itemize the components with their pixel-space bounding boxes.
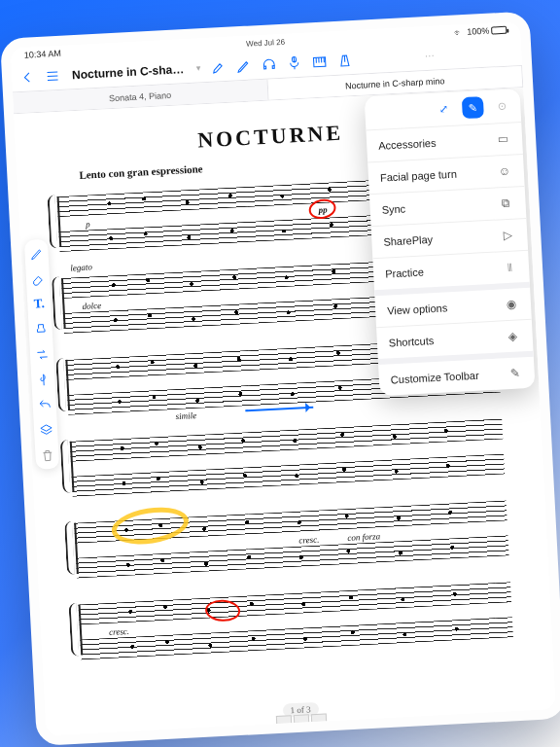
list-icon[interactable] bbox=[45, 67, 61, 84]
expr-dolce: dolce bbox=[82, 301, 101, 311]
overflow-menu: ⤢ ✎ ⊙ Accessories▭ Facial page turn☺ Syn… bbox=[365, 89, 536, 396]
wrench-icon: ✎ bbox=[507, 366, 523, 380]
piano-icon[interactable] bbox=[311, 53, 328, 70]
practice-icon: ⫴ bbox=[502, 260, 518, 274]
accessories-icon: ▭ bbox=[495, 132, 511, 147]
eraser-tool-icon[interactable] bbox=[30, 270, 47, 287]
more-icon[interactable]: ⊙ bbox=[491, 95, 513, 118]
undo-tool-icon[interactable] bbox=[36, 397, 52, 413]
system-5: cresc. con forza bbox=[74, 495, 509, 582]
back-icon[interactable] bbox=[19, 69, 36, 86]
document-title[interactable]: Nocturne in C-sharp m… bbox=[72, 61, 190, 81]
layers-tool-icon[interactable] bbox=[38, 422, 54, 439]
expr-conforza: con forza bbox=[347, 531, 380, 543]
status-right: ᯤ 100% bbox=[454, 25, 507, 38]
shortcuts-icon: ◈ bbox=[505, 329, 521, 343]
pencil-tool-icon[interactable] bbox=[28, 245, 45, 262]
metronome-icon[interactable] bbox=[336, 53, 353, 69]
edit-mode-button[interactable]: ✎ bbox=[462, 96, 484, 119]
pen-icon[interactable] bbox=[235, 57, 252, 74]
status-time: 10:34 AM bbox=[24, 49, 62, 60]
ipad-device: 10:34 AM Wed Jul 26 ᯤ 100% Nocturne in C… bbox=[0, 11, 560, 746]
system-6: cresc. bbox=[78, 577, 513, 663]
status-date: Wed Jul 26 bbox=[246, 37, 285, 48]
expr-cresc: cresc. bbox=[298, 535, 319, 546]
headphones-icon[interactable] bbox=[261, 56, 277, 73]
stamp-tool-icon[interactable] bbox=[32, 321, 49, 338]
system-4 bbox=[69, 414, 505, 501]
toolbar-grabber[interactable]: ⋯ bbox=[362, 47, 500, 64]
wifi-icon: ᯤ bbox=[454, 27, 464, 37]
page-thumbnails[interactable] bbox=[275, 713, 327, 728]
eye-icon: ◉ bbox=[504, 297, 520, 311]
sync-icon: ⧉ bbox=[498, 196, 514, 211]
expr-cresc2: cresc. bbox=[109, 626, 129, 637]
clef-tool-icon[interactable] bbox=[35, 372, 52, 388]
dynamic-p: p bbox=[86, 219, 90, 229]
expr-simile: simile bbox=[175, 410, 196, 421]
trash-tool-icon[interactable] bbox=[39, 447, 55, 464]
face-icon: ☺ bbox=[496, 164, 512, 179]
expand-icon[interactable]: ⤢ bbox=[433, 98, 455, 121]
battery-indicator: 100% bbox=[467, 25, 507, 37]
shareplay-icon: ▷ bbox=[500, 229, 516, 243]
title-chevron-icon[interactable]: ▾ bbox=[196, 63, 202, 73]
highlighter-icon[interactable] bbox=[210, 58, 227, 75]
content-area: ⤢ ✎ ⊙ Accessories▭ Facial page turn☺ Syn… bbox=[14, 88, 556, 736]
swap-tool-icon[interactable] bbox=[34, 346, 51, 363]
text-tool-icon[interactable]: T. bbox=[31, 296, 48, 312]
microphone-icon[interactable] bbox=[286, 54, 302, 71]
